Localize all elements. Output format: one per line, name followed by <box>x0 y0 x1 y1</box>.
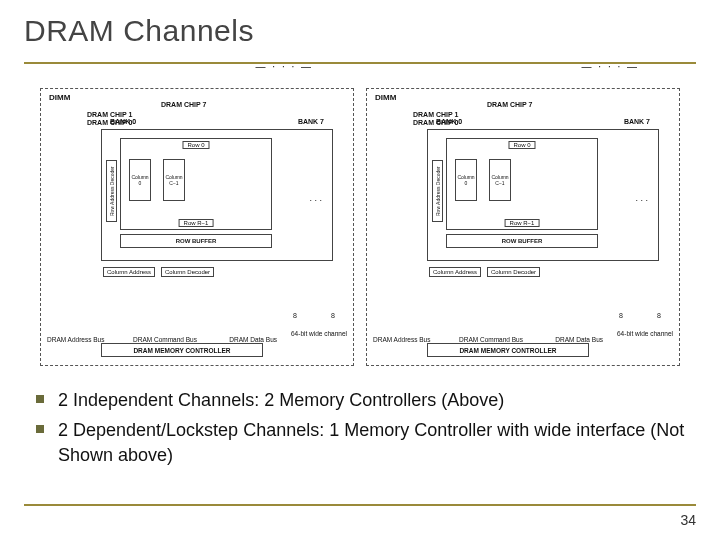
chip-box: BANK 0 BANK 7 Row Address Decoder Row 0 … <box>427 129 659 261</box>
address-bus-label: DRAM Address Bus <box>47 336 104 343</box>
slide-title: DRAM Channels <box>24 14 254 48</box>
bank7-label: BANK 7 <box>624 118 650 125</box>
bus-region: DRAM MEMORY CONTROLLER DRAM Address Bus … <box>367 305 679 365</box>
memory-controller: DRAM MEMORY CONTROLLER <box>101 343 263 357</box>
bullet-marker-icon <box>36 425 44 433</box>
column-c-1: Column C−1 <box>163 159 185 201</box>
column-decoder: Column Decoder <box>487 267 540 277</box>
bank7-label: BANK 7 <box>298 118 324 125</box>
bank-ellipsis: · · · <box>309 195 322 205</box>
channel-width-label: 64-bit wide channel <box>291 330 347 337</box>
dimm-diagram-left: DIMM — · · · — DRAM CHIP 1 DRAM CHIP 0 D… <box>40 88 354 366</box>
chip7-label: DRAM CHIP 7 <box>161 101 206 108</box>
row0-label: Row 0 <box>182 141 209 149</box>
col-blocks: Column 0 Column C−1 <box>129 159 185 201</box>
row-buffer: ROW BUFFER <box>446 234 598 248</box>
bullet-marker-icon <box>36 395 44 403</box>
column-decoder-row: Column Address Column Decoder <box>429 267 540 277</box>
dimm-diagram-right: DIMM — · · · — DRAM CHIP 1 DRAM CHIP 0 D… <box>366 88 680 366</box>
dimm-label: DIMM <box>375 93 396 102</box>
bank-inner: Row 0 Column 0 Column C−1 Row R−1 <box>120 138 272 230</box>
row-address-decoder: Row Address Decoder <box>106 160 117 222</box>
channel-width-label: 64-bit wide channel <box>617 330 673 337</box>
column-address: Column Address <box>103 267 155 277</box>
chip-box: BANK 0 BANK 7 Row Address Decoder Row 0 … <box>101 129 333 261</box>
column-c-1: Column C−1 <box>489 159 511 201</box>
slide: DRAM Channels DIMM — · · · — DRAM CHIP 1… <box>0 0 720 540</box>
bullet-item: 2 Dependent/Lockstep Channels: 1 Memory … <box>36 418 690 467</box>
memory-controller: DRAM MEMORY CONTROLLER <box>427 343 589 357</box>
data-bus-label: DRAM Data Bus <box>555 336 603 343</box>
chip7-ellipsis: — · · · — <box>256 61 313 72</box>
row0-label: Row 0 <box>508 141 535 149</box>
column-address: Column Address <box>429 267 481 277</box>
row-address-decoder: Row Address Decoder <box>432 160 443 222</box>
column-0: Column 0 <box>455 159 477 201</box>
bank0-label: BANK 0 <box>110 118 136 125</box>
address-bus-label: DRAM Address Bus <box>373 336 430 343</box>
bank-ellipsis: · · · <box>635 195 648 205</box>
bullet-text: 2 Independent Channels: 2 Memory Control… <box>58 388 504 412</box>
column-0: Column 0 <box>129 159 151 201</box>
command-bus-label: DRAM Command Bus <box>459 336 523 343</box>
rowR-label: Row R−1 <box>179 219 214 227</box>
figure-row: DIMM — · · · — DRAM CHIP 1 DRAM CHIP 0 D… <box>40 88 680 366</box>
column-decoder-row: Column Address Column Decoder <box>103 267 214 277</box>
bus-region: DRAM MEMORY CONTROLLER DRAM Address Bus … <box>41 305 353 365</box>
data-bus-label: DRAM Data Bus <box>229 336 277 343</box>
page-number: 34 <box>680 512 696 528</box>
dimm-label: DIMM <box>49 93 70 102</box>
footer-rule <box>24 504 696 506</box>
bank-inner: Row 0 Column 0 Column C−1 Row R−1 <box>446 138 598 230</box>
bank0-label: BANK 0 <box>436 118 462 125</box>
column-decoder: Column Decoder <box>161 267 214 277</box>
col-blocks: Column 0 Column C−1 <box>455 159 511 201</box>
bullet-item: 2 Independent Channels: 2 Memory Control… <box>36 388 690 412</box>
row-buffer: ROW BUFFER <box>120 234 272 248</box>
bullet-text: 2 Dependent/Lockstep Channels: 1 Memory … <box>58 418 690 467</box>
rowR-label: Row R−1 <box>505 219 540 227</box>
bullet-list: 2 Independent Channels: 2 Memory Control… <box>36 388 690 473</box>
command-bus-label: DRAM Command Bus <box>133 336 197 343</box>
chip7-label: DRAM CHIP 7 <box>487 101 532 108</box>
chip7-ellipsis: — · · · — <box>582 61 639 72</box>
